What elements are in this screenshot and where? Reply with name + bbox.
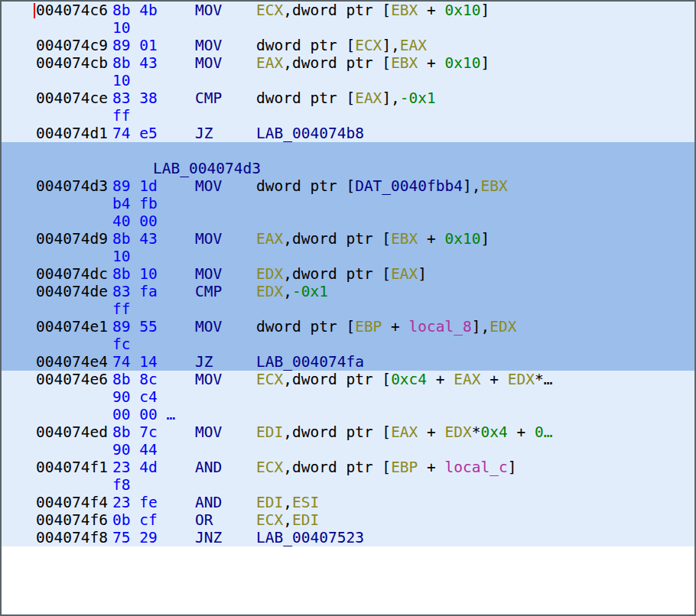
operand-token-reg[interactable]: EDI — [256, 423, 283, 441]
operand-token-plain[interactable]: ] — [481, 230, 490, 248]
bytes-field[interactable]: 8b 8c — [112, 371, 158, 388]
mnemonic-field[interactable]: MOV — [195, 2, 222, 19]
listing-row[interactable]: 004074e189 55MOVdword ptr [EBP + local_8… — [2, 318, 694, 336]
address-field[interactable]: 004074d1 — [36, 125, 108, 142]
operand-token-plain[interactable]: ] — [481, 54, 490, 72]
operand-token-plain[interactable]: ,dword ptr [ — [283, 54, 391, 72]
mnemonic-field[interactable]: CMP — [195, 89, 222, 107]
operands-field[interactable]: dword ptr [DAT_0040fbb4],EBX — [256, 177, 508, 195]
operands-field[interactable]: ECX,dword ptr [EBX + 0x10] — [256, 2, 489, 19]
operand-token-plain[interactable]: * — [472, 423, 481, 441]
bytes-continuation-field[interactable]: 90 44 — [112, 441, 158, 459]
listing-row[interactable]: f8 — [2, 476, 694, 494]
address-field[interactable]: 004074e6 — [36, 371, 108, 388]
operand-token-plain[interactable]: , — [283, 283, 292, 300]
label-field[interactable]: LAB_004074d3 — [153, 160, 261, 177]
bytes-field[interactable]: 89 55 — [112, 318, 158, 336]
listing-row[interactable]: 10 — [2, 72, 694, 89]
mnemonic-field[interactable]: MOV — [195, 265, 222, 283]
operand-token-plain[interactable]: dword ptr [ — [256, 89, 355, 107]
bytes-continuation-field[interactable]: b4 fb — [112, 195, 158, 212]
operand-token-plain[interactable]: ] — [418, 265, 427, 283]
operands-field[interactable]: dword ptr [EAX],-0x1 — [256, 89, 436, 107]
operand-token-plain[interactable]: ,dword ptr [ — [283, 371, 391, 388]
operand-token-plain[interactable]: ,dword ptr [ — [283, 2, 391, 19]
listing-row[interactable]: LAB_004074d3 — [2, 160, 694, 177]
address-field[interactable]: 004074f4 — [36, 494, 108, 511]
operand-token-reg[interactable]: ECX — [256, 511, 283, 529]
mnemonic-field[interactable]: MOV — [195, 177, 222, 195]
listing-row[interactable]: 004074e68b 8cMOVECX,dword ptr [0xc4 + EA… — [2, 371, 694, 388]
listing-row[interactable]: ff — [2, 107, 694, 125]
operand-token-reg[interactable]: ECX — [256, 2, 283, 19]
operand-token-reg[interactable]: ECX — [256, 459, 283, 476]
operand-token-var[interactable]: local_8 — [409, 318, 472, 336]
listing-row[interactable]: fc — [2, 336, 694, 353]
mnemonic-field[interactable]: MOV — [195, 230, 222, 248]
address-field[interactable]: 004074c9 — [36, 37, 108, 54]
mnemonic-field[interactable]: MOV — [195, 318, 222, 336]
address-field[interactable]: 004074de — [36, 283, 108, 300]
listing-row[interactable]: b4 fb — [2, 195, 694, 212]
mnemonic-field[interactable]: MOV — [195, 371, 222, 388]
bytes-continuation-field[interactable]: 10 — [112, 248, 130, 265]
operand-token-reg[interactable]: EAX — [256, 54, 283, 72]
address-field[interactable]: 004074f1 — [36, 459, 108, 476]
bytes-field[interactable]: 8b 7c — [112, 423, 158, 441]
address-field[interactable]: 004074e4 — [36, 353, 108, 371]
operands-field[interactable]: EDX,-0x1 — [256, 283, 328, 300]
operand-token-plain[interactable]: ,dword ptr [ — [283, 230, 391, 248]
operand-token-reg[interactable]: EAX — [391, 265, 418, 283]
bytes-field[interactable]: 75 29 — [112, 529, 158, 546]
operands-field[interactable]: EDX,dword ptr [EAX] — [256, 265, 427, 283]
mnemonic-field[interactable]: OR — [195, 511, 213, 529]
address-field[interactable]: 004074d9 — [36, 230, 108, 248]
operand-token-plain[interactable]: ] — [481, 2, 490, 19]
operands-field[interactable]: dword ptr [EBP + local_8],EDX — [256, 318, 517, 336]
bytes-field[interactable]: 89 01 — [112, 37, 158, 54]
bytes-field[interactable]: 8b 10 — [112, 265, 158, 283]
mnemonic-field[interactable]: JNZ — [195, 529, 222, 546]
listing-row[interactable]: 004074d98b 43MOVEAX,dword ptr [EBX + 0x1… — [2, 230, 694, 248]
bytes-continuation-field[interactable]: fc — [112, 336, 130, 353]
operand-token-plain[interactable]: *… — [535, 371, 552, 388]
operands-field[interactable]: ECX,dword ptr [EBP + local_c] — [256, 459, 517, 476]
operand-token-plain[interactable]: dword ptr [ — [256, 318, 355, 336]
address-field[interactable]: 004074ce — [36, 89, 108, 107]
operand-token-const[interactable]: 0x10 — [445, 54, 481, 72]
operands-field[interactable]: LAB_00407523 — [256, 529, 364, 546]
operand-token-reg[interactable]: EBX — [481, 177, 508, 195]
listing-row[interactable]: 004074f423 feANDEDI,ESI — [2, 494, 694, 511]
operand-token-reg[interactable]: EAX — [391, 423, 418, 441]
operand-token-const[interactable]: 0x4 — [481, 423, 508, 441]
mnemonic-field[interactable]: JZ — [195, 125, 213, 142]
operand-token-const[interactable]: -0x1 — [400, 89, 436, 107]
operands-field[interactable]: ECX,EDI — [256, 511, 319, 529]
address-field[interactable]: 004074c6 — [36, 2, 108, 19]
bytes-field[interactable]: 74 e5 — [112, 125, 158, 142]
operand-token-plain[interactable]: + — [418, 230, 444, 248]
bytes-continuation-field[interactable]: ff — [112, 107, 130, 125]
operand-token-plain[interactable]: + — [418, 423, 444, 441]
operand-token-plain[interactable]: ,dword ptr [ — [283, 265, 391, 283]
listing-row[interactable]: 004074c68b 4bMOVECX,dword ptr [EBX + 0x1… — [2, 2, 694, 19]
bytes-field[interactable]: 83 fa — [112, 283, 158, 300]
operand-token-plain[interactable]: dword ptr [ — [256, 37, 355, 54]
operand-token-reg[interactable]: ECX — [256, 371, 283, 388]
operand-token-label[interactable]: LAB_00407523 — [256, 529, 364, 546]
operand-token-plain[interactable]: ], — [382, 37, 399, 54]
listing-row[interactable]: 004074f60b cfORECX,EDI — [2, 511, 694, 529]
mnemonic-field[interactable]: CMP — [195, 283, 222, 300]
listing-row[interactable] — [2, 142, 694, 160]
listing-row[interactable]: 004074d174 e5JZLAB_004074b8 — [2, 125, 694, 142]
bytes-field[interactable]: 23 fe — [112, 494, 158, 511]
bytes-continuation-field[interactable]: f8 — [112, 476, 130, 494]
listing-row[interactable]: 004074d389 1dMOVdword ptr [DAT_0040fbb4]… — [2, 177, 694, 195]
operand-token-reg[interactable]: EDI — [292, 511, 319, 529]
operand-token-plain[interactable]: + — [481, 371, 508, 388]
operands-field[interactable]: LAB_004074b8 — [256, 125, 364, 142]
operand-token-reg[interactable]: EDX — [489, 318, 516, 336]
operand-token-const[interactable]: 0x10 — [445, 2, 481, 19]
operand-token-plain[interactable]: ,dword ptr [ — [283, 423, 391, 441]
listing-row[interactable]: 10 — [2, 19, 694, 37]
